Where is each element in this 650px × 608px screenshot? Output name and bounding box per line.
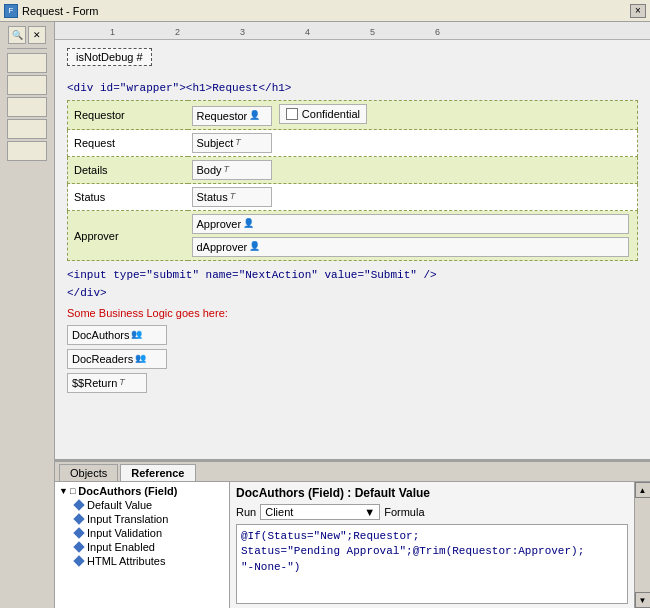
bottom-panel: Objects Reference ▼ □ DocAuthors (Field)	[55, 460, 650, 608]
tab-objects[interactable]: Objects	[59, 464, 118, 481]
form-row-request: Request Subject T	[68, 130, 638, 157]
tree-item-html-attributes[interactable]: HTML Attributes	[73, 554, 227, 568]
docreaders-icon: 👥	[135, 353, 147, 365]
tree-item-input-validation[interactable]: Input Validation	[73, 526, 227, 540]
formula-toolbar: Run Client ▼ Formula	[236, 504, 628, 520]
requestor-field-widget[interactable]: Requestor 👤	[192, 106, 272, 126]
scroll-down-btn[interactable]: ▼	[635, 592, 651, 608]
form-table: Requestor Requestor 👤 Confidential	[67, 100, 638, 261]
person-icon: 👤	[249, 110, 261, 122]
title-bar-icon: F	[4, 4, 18, 18]
close-div-line: </div>	[67, 287, 638, 299]
form-row-details: Details Body T	[68, 157, 638, 184]
scroll-up-btn[interactable]: ▲	[635, 482, 651, 498]
field-approver: Approver 👤 dApprover 👤	[188, 211, 638, 261]
tree-panel: ▼ □ DocAuthors (Field) Default Value	[55, 482, 230, 608]
confidential-checkbox[interactable]: Confidential	[279, 104, 367, 124]
title-bar: F Request - Form ×	[0, 0, 650, 22]
body-field-widget[interactable]: Body T	[192, 160, 272, 180]
approver-person-icon: 👤	[243, 218, 255, 230]
main-container: 🔍 ✕ 1 2 3 4 5 6	[0, 22, 650, 608]
sidebar-btn-3[interactable]	[7, 97, 47, 117]
client-dropdown[interactable]: Client ▼	[260, 504, 380, 520]
right-scrollbar: ▲ ▼	[634, 482, 650, 608]
formula-title: DocAuthors (Field) : Default Value	[236, 486, 628, 500]
field-status: Status T	[188, 184, 638, 211]
html-open-tag: <div id="wrapper"><h1>Request</h1>	[67, 82, 638, 94]
field-details: Body T	[188, 157, 638, 184]
sidebar-icon-row: 🔍 ✕	[8, 26, 46, 44]
form-row-requestor: Requestor Requestor 👤 Confidential	[68, 101, 638, 130]
label-status: Status	[68, 184, 188, 211]
diamond-icon-4	[73, 541, 84, 552]
docauthors-field-widget[interactable]: DocAuthors 👥	[67, 325, 167, 345]
field-request: Subject T	[188, 130, 638, 157]
tree-item-input-enabled[interactable]: Input Enabled	[73, 540, 227, 554]
formula-text[interactable]: @If(Status="New";Requestor; Status="Pend…	[236, 524, 628, 604]
biz-section: Some Business Logic goes here: DocAuthor…	[67, 307, 638, 393]
dapprover-field-widget[interactable]: dApprover 👤	[192, 237, 630, 257]
tabs-row: Objects Reference	[55, 462, 650, 482]
submit-input-line: <input type="submit" name="NextAction" v…	[67, 269, 638, 281]
ssreturn-icon: T	[119, 377, 131, 389]
tree-item-input-translation[interactable]: Input Translation	[73, 512, 227, 526]
diamond-icon	[73, 499, 84, 510]
status-field-widget[interactable]: Status T	[192, 187, 272, 207]
docreaders-field-widget[interactable]: DocReaders 👥	[67, 349, 167, 369]
label-approver: Approver	[68, 211, 188, 261]
run-label: Run	[236, 506, 256, 518]
formula-label: Formula	[384, 506, 424, 518]
ssreturn-field-widget[interactable]: $$Return T	[67, 373, 147, 393]
diamond-icon-3	[73, 527, 84, 538]
diamond-icon-5	[73, 555, 84, 566]
biz-label: Some Business Logic goes here:	[67, 307, 638, 319]
title-bar-title: Request - Form	[22, 5, 630, 17]
tree-root-item[interactable]: ▼ □ DocAuthors (Field)	[57, 484, 227, 498]
search-icon[interactable]: 🔍	[8, 26, 26, 44]
diamond-icon-2	[73, 513, 84, 524]
label-requestor: Requestor	[68, 101, 188, 130]
text-icon: T	[235, 137, 247, 149]
label-request: Request	[68, 130, 188, 157]
status-text-icon: T	[230, 191, 242, 203]
tree-item-default-value[interactable]: Default Value	[73, 498, 227, 512]
debug-label: isNotDebug #	[76, 51, 143, 63]
form-design: isNotDebug # <div id="wrapper"><h1>Reque…	[55, 40, 650, 460]
dropdown-arrow-icon: ▼	[364, 506, 375, 518]
approver-field-widget[interactable]: Approver 👤	[192, 214, 630, 234]
ruler: 1 2 3 4 5 6	[55, 22, 650, 40]
close-sidebar-icon[interactable]: ✕	[28, 26, 46, 44]
form-row-status: Status Status T	[68, 184, 638, 211]
sidebar-btn-1[interactable]	[7, 53, 47, 73]
debug-block: isNotDebug #	[67, 48, 152, 66]
body-text-icon: T	[224, 164, 236, 176]
tab-reference[interactable]: Reference	[120, 464, 195, 481]
content-area: 1 2 3 4 5 6 isNotDebug # <div id="wrappe…	[55, 22, 650, 608]
form-row-approver: Approver Approver 👤 dApprover 👤	[68, 211, 638, 261]
sidebar-btn-4[interactable]	[7, 119, 47, 139]
sidebar-btn-5[interactable]	[7, 141, 47, 161]
label-details: Details	[68, 157, 188, 184]
formula-panel: DocAuthors (Field) : Default Value Run C…	[230, 482, 634, 608]
field-requestor: Requestor 👤 Confidential	[188, 101, 638, 130]
docauthors-icon: 👥	[131, 329, 143, 341]
left-sidebar: 🔍 ✕	[0, 22, 55, 608]
checkbox-box	[286, 108, 298, 120]
subject-field-widget[interactable]: Subject T	[192, 133, 272, 153]
sidebar-btn-2[interactable]	[7, 75, 47, 95]
bottom-content: ▼ □ DocAuthors (Field) Default Value	[55, 482, 650, 608]
dapprover-person-icon: 👤	[249, 241, 261, 253]
close-button[interactable]: ×	[630, 4, 646, 18]
